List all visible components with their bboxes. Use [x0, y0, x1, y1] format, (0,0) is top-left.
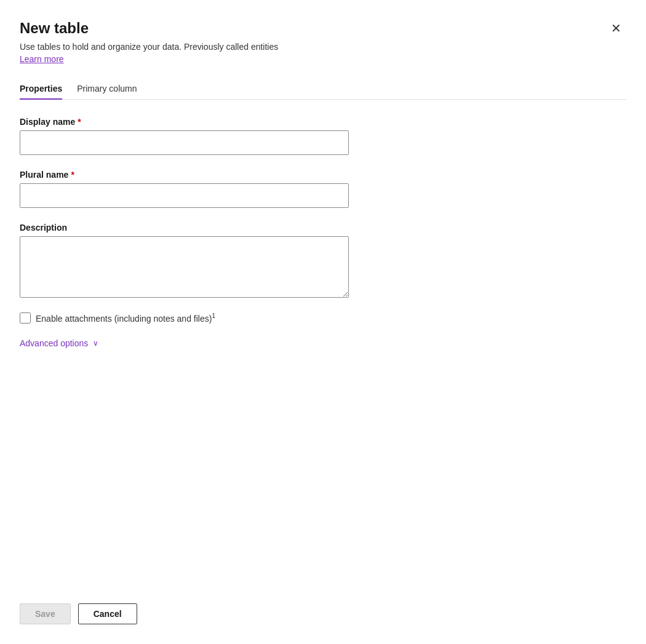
chevron-down-icon: ∨ — [93, 339, 98, 348]
dialog-header: New table ✕ — [20, 20, 626, 37]
close-button[interactable]: ✕ — [606, 20, 626, 37]
tabs-container: Properties Primary column — [20, 79, 626, 100]
display-name-group: Display name * — [20, 117, 626, 155]
description-label: Description — [20, 223, 626, 233]
enable-attachments-superscript: 1 — [212, 312, 215, 319]
dialog-footer: Save Cancel — [20, 589, 626, 644]
tab-properties[interactable]: Properties — [20, 79, 62, 100]
enable-attachments-group: Enable attachments (including notes and … — [20, 312, 626, 324]
dialog-title: New table — [20, 20, 89, 37]
new-table-dialog: New table ✕ Use tables to hold and organ… — [0, 0, 646, 644]
plural-name-group: Plural name * — [20, 170, 626, 208]
description-input[interactable] — [20, 236, 349, 298]
form-content: Display name * Plural name * Description… — [20, 117, 626, 589]
learn-more-link[interactable]: Learn more — [20, 54, 626, 64]
plural-name-required: * — [71, 170, 74, 180]
display-name-input[interactable] — [20, 130, 349, 155]
advanced-options-label: Advanced options — [20, 338, 88, 348]
cancel-button[interactable]: Cancel — [78, 603, 137, 624]
description-group: Description — [20, 223, 626, 298]
display-name-label: Display name * — [20, 117, 626, 127]
dialog-subtitle: Use tables to hold and organize your dat… — [20, 42, 626, 52]
enable-attachments-checkbox[interactable] — [20, 312, 31, 324]
plural-name-input[interactable] — [20, 183, 349, 208]
advanced-options-toggle[interactable]: Advanced options ∨ — [20, 338, 626, 348]
display-name-required: * — [78, 117, 81, 127]
plural-name-label: Plural name * — [20, 170, 626, 180]
enable-attachments-label: Enable attachments (including notes and … — [36, 312, 215, 324]
header-left: New table — [20, 20, 89, 37]
tab-primary-column[interactable]: Primary column — [77, 79, 137, 100]
save-button[interactable]: Save — [20, 603, 71, 624]
